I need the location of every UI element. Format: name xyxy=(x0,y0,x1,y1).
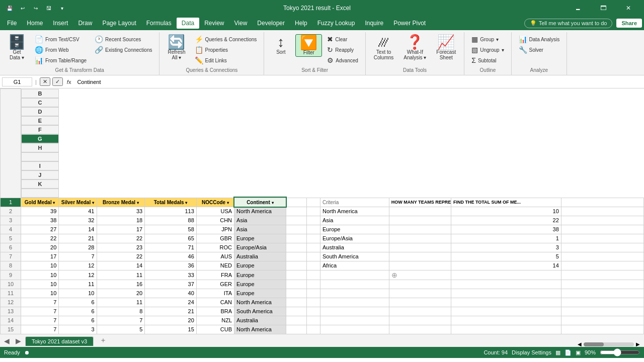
criteria-cell[interactable] xyxy=(320,270,389,280)
forecast-sheet-button[interactable]: 📈 ForecastSheet xyxy=(432,34,460,61)
criteria-cell[interactable]: Africa xyxy=(320,261,389,270)
col-header-D[interactable]: D xyxy=(21,107,59,116)
how-many-cell[interactable] xyxy=(389,216,451,225)
gold-cell[interactable]: 7 xyxy=(21,325,59,334)
col-header-H[interactable]: H xyxy=(21,143,59,152)
from-text-csv-button[interactable]: 📄 From Text/CSV xyxy=(32,34,83,44)
noc-header[interactable]: NOCCode ▾ xyxy=(196,198,234,207)
how-many-cell[interactable] xyxy=(389,225,451,234)
page-break-icon[interactable]: ▣ xyxy=(576,349,581,356)
menu-developer[interactable]: Developer xyxy=(252,18,290,29)
normal-view-icon[interactable]: ▦ xyxy=(555,349,560,356)
bronze-cell[interactable]: 23 xyxy=(97,243,145,252)
continent-header[interactable]: Continent ▾ xyxy=(234,198,286,207)
gold-cell[interactable]: 39 xyxy=(21,207,59,216)
col-header-F[interactable]: F xyxy=(21,125,59,134)
criteria-cell[interactable]: Australia xyxy=(320,243,389,252)
filter-button[interactable]: 🔽 Filter xyxy=(295,34,322,57)
display-settings-btn[interactable]: Display Settings xyxy=(512,349,551,355)
total-cell[interactable]: 58 xyxy=(145,225,197,234)
insert-function-button[interactable]: fx xyxy=(65,79,73,85)
how-many-cell[interactable] xyxy=(389,243,451,252)
total-cell[interactable]: 71 xyxy=(145,243,197,252)
bronze-cell[interactable]: 7 xyxy=(97,316,145,325)
col-header-empty[interactable] xyxy=(21,152,59,161)
how-many-cell[interactable] xyxy=(389,280,451,289)
cell-H[interactable] xyxy=(286,261,306,270)
cell-H[interactable] xyxy=(286,298,306,307)
noc-cell[interactable]: CUB xyxy=(196,325,234,334)
data-analysis-button[interactable]: 📊 Data Analysis xyxy=(516,34,563,44)
bronze-cell[interactable]: 17 xyxy=(97,225,145,234)
grid-scroll-area[interactable]: B C D E F G H I J K 1 Gold xyxy=(0,88,644,334)
bronze-cell[interactable]: 33 xyxy=(97,207,145,216)
silver-cell[interactable]: 6 xyxy=(59,307,97,316)
get-data-button[interactable]: 🗄️ GetData ▾ xyxy=(4,34,30,61)
edit-links-button[interactable]: ✏️ Edit Links xyxy=(192,55,230,65)
criteria-cell[interactable]: Europe xyxy=(320,225,389,234)
noc-cell[interactable]: CAN xyxy=(196,298,234,307)
menu-inquire[interactable]: Inquire xyxy=(360,18,388,29)
criteria-cell[interactable]: Asia xyxy=(320,216,389,225)
continent-cell[interactable]: Europe xyxy=(234,261,286,270)
criteria-cell[interactable]: South America xyxy=(320,252,389,261)
criteria-cell[interactable] xyxy=(320,289,389,298)
gold-cell[interactable]: 7 xyxy=(21,316,59,325)
scroll-tabs-left[interactable]: ◀ xyxy=(2,336,12,346)
how-many-cell[interactable] xyxy=(389,325,451,334)
recent-sources-button[interactable]: 🕐 Recent Sources xyxy=(92,34,144,44)
tell-me-box[interactable]: 💡 Tell me what you want to do xyxy=(524,19,613,28)
menu-home[interactable]: Home xyxy=(22,18,48,29)
menu-fuzzy-lookup[interactable]: Fuzzy Lookup xyxy=(312,18,360,29)
bronze-cell[interactable]: 5 xyxy=(97,325,145,334)
criteria-cell[interactable] xyxy=(320,307,389,316)
properties-button[interactable]: 📋 Properties xyxy=(192,45,231,55)
silver-cell[interactable]: 12 xyxy=(59,261,97,270)
gold-cell[interactable]: 38 xyxy=(21,216,59,225)
criteria-cell[interactable]: North America xyxy=(320,207,389,216)
undo-button[interactable]: ↩ xyxy=(17,3,28,14)
how-many-cell[interactable] xyxy=(389,261,451,270)
how-many-cell[interactable]: ⊕ xyxy=(389,270,451,280)
cell-H[interactable] xyxy=(286,243,306,252)
noc-cell[interactable]: BRA xyxy=(196,307,234,316)
cell-H[interactable] xyxy=(286,316,306,325)
total-cell[interactable]: 20 xyxy=(145,316,197,325)
find-total-cell[interactable]: 38 xyxy=(451,225,561,234)
silver-cell[interactable]: 7 xyxy=(59,252,97,261)
total-cell[interactable]: 21 xyxy=(145,307,197,316)
silver-cell[interactable]: 21 xyxy=(59,234,97,243)
cell-H1[interactable] xyxy=(286,198,306,207)
find-total-cell[interactable]: 10 xyxy=(451,207,561,216)
noc-cell[interactable]: NZL xyxy=(196,316,234,325)
reapply-button[interactable]: ↻ Reapply xyxy=(324,45,357,55)
continent-cell[interactable]: Asia xyxy=(234,225,286,234)
menu-file[interactable]: File xyxy=(2,18,22,29)
bronze-cell[interactable]: 16 xyxy=(97,280,145,289)
noc-cell[interactable]: GBR xyxy=(196,234,234,243)
total-cell[interactable]: 113 xyxy=(145,207,197,216)
bronze-cell[interactable]: 20 xyxy=(97,289,145,298)
find-total-cell[interactable]: 3 xyxy=(451,243,561,252)
menu-power-pivot[interactable]: Power Pivot xyxy=(388,18,431,29)
continent-cell[interactable]: Europe xyxy=(234,234,286,243)
cell-H[interactable] xyxy=(286,289,306,298)
noc-cell[interactable]: ROC xyxy=(196,243,234,252)
menu-data[interactable]: Data xyxy=(177,18,199,29)
scroll-left-button[interactable]: ◀ xyxy=(578,341,582,347)
find-total-cell[interactable] xyxy=(451,307,561,316)
continent-cell[interactable]: Europe xyxy=(234,270,286,280)
gold-cell[interactable]: 10 xyxy=(21,270,59,280)
noc-cell[interactable]: USA xyxy=(196,207,234,216)
find-total-cell[interactable] xyxy=(451,316,561,325)
continent-cell[interactable]: Europe xyxy=(234,289,286,298)
formula-input[interactable] xyxy=(75,78,642,86)
total-medals-header[interactable]: Total Medals ▾ xyxy=(145,198,197,207)
silver-cell[interactable]: 12 xyxy=(59,270,97,280)
what-if-button[interactable]: ❓ What-IfAnalysis ▾ xyxy=(399,34,430,61)
zoom-slider[interactable] xyxy=(600,348,640,356)
silver-cell[interactable]: 6 xyxy=(59,298,97,307)
continent-cell[interactable]: Australia xyxy=(234,252,286,261)
continent-cell[interactable]: Europe/Asia xyxy=(234,243,286,252)
save-button[interactable]: 💾 xyxy=(4,3,15,14)
